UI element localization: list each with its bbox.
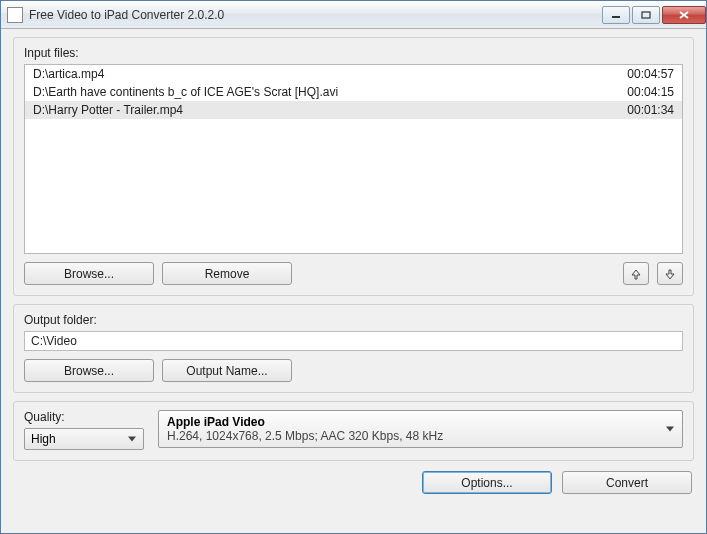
output-folder-label: Output folder: <box>24 313 683 327</box>
file-name: D:\Harry Potter - Trailer.mp4 <box>33 103 604 117</box>
quality-row: Quality: High Apple iPad Video H.264, 10… <box>24 410 683 450</box>
file-duration: 00:04:15 <box>604 85 674 99</box>
client-area: Input files: D:\artica.mp4 00:04:57 D:\E… <box>1 29 706 533</box>
quality-select[interactable]: High <box>24 428 144 450</box>
file-duration: 00:01:34 <box>604 103 674 117</box>
browse-input-button[interactable]: Browse... <box>24 262 154 285</box>
arrow-down-icon <box>664 268 676 280</box>
move-up-button[interactable] <box>623 262 649 285</box>
arrow-up-icon <box>630 268 642 280</box>
maximize-button[interactable] <box>632 6 660 24</box>
minimize-button[interactable] <box>602 6 630 24</box>
svg-rect-1 <box>642 12 650 18</box>
maximize-icon <box>641 11 651 19</box>
bottom-actions: Options... Convert <box>13 469 694 494</box>
remove-button[interactable]: Remove <box>162 262 292 285</box>
titlebar: Free Video to iPad Converter 2.0.2.0 <box>1 1 706 29</box>
browse-output-button[interactable]: Browse... <box>24 359 154 382</box>
input-buttons-row: Browse... Remove <box>24 262 683 285</box>
window-title: Free Video to iPad Converter 2.0.2.0 <box>29 8 600 22</box>
input-files-list[interactable]: D:\artica.mp4 00:04:57 D:\Earth have con… <box>24 64 683 254</box>
convert-button[interactable]: Convert <box>562 471 692 494</box>
app-icon <box>7 7 23 23</box>
output-name-button[interactable]: Output Name... <box>162 359 292 382</box>
app-window: Free Video to iPad Converter 2.0.2.0 Inp… <box>0 0 707 534</box>
input-group: Input files: D:\artica.mp4 00:04:57 D:\E… <box>13 37 694 296</box>
close-button[interactable] <box>662 6 706 24</box>
move-down-button[interactable] <box>657 262 683 285</box>
list-item[interactable]: D:\artica.mp4 00:04:57 <box>25 65 682 83</box>
input-files-label: Input files: <box>24 46 683 60</box>
quality-value: High <box>31 432 56 446</box>
file-name: D:\artica.mp4 <box>33 67 604 81</box>
quality-label: Quality: <box>24 410 144 424</box>
file-name: D:\Earth have continents b_c of ICE AGE'… <box>33 85 604 99</box>
close-icon <box>678 10 690 20</box>
file-duration: 00:04:57 <box>604 67 674 81</box>
output-buttons-row: Browse... Output Name... <box>24 359 683 382</box>
output-group: Output folder: Browse... Output Name... <box>13 304 694 393</box>
minimize-icon <box>611 11 621 19</box>
quality-group: Quality: High Apple iPad Video H.264, 10… <box>13 401 694 461</box>
quality-right: Apple iPad Video H.264, 1024x768, 2.5 Mb… <box>158 410 683 448</box>
options-button[interactable]: Options... <box>422 471 552 494</box>
window-controls <box>600 6 706 24</box>
preset-subtitle: H.264, 1024x768, 2.5 Mbps; AAC 320 Kbps,… <box>167 429 660 443</box>
preset-select[interactable]: Apple iPad Video H.264, 1024x768, 2.5 Mb… <box>158 410 683 448</box>
preset-title: Apple iPad Video <box>167 415 660 429</box>
list-item[interactable]: D:\Earth have continents b_c of ICE AGE'… <box>25 83 682 101</box>
quality-left: Quality: High <box>24 410 144 450</box>
list-item[interactable]: D:\Harry Potter - Trailer.mp4 00:01:34 <box>25 101 682 119</box>
output-folder-input[interactable] <box>24 331 683 351</box>
